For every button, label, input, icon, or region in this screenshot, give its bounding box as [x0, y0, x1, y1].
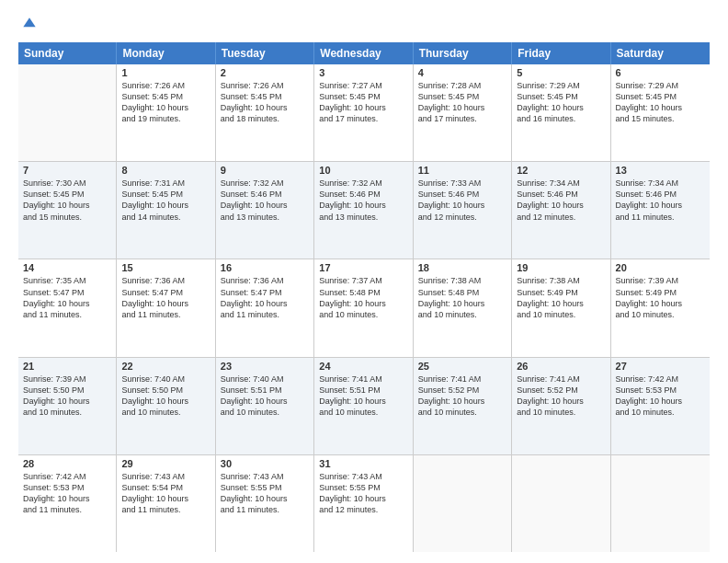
day-number: 15 [121, 262, 210, 273]
calendar-cell: 21Sunrise: 7:39 AM Sunset: 5:50 PM Dayli… [18, 358, 117, 454]
day-number: 26 [517, 361, 605, 372]
day-info: Sunrise: 7:34 AM Sunset: 5:46 PM Dayligh… [616, 178, 705, 223]
day-number: 28 [23, 458, 111, 469]
day-number: 30 [221, 458, 309, 469]
day-number: 11 [418, 165, 506, 176]
calendar-cell [18, 64, 117, 161]
calendar-header-cell: Wednesday [314, 42, 413, 64]
day-number: 21 [23, 361, 111, 372]
calendar-cell: 23Sunrise: 7:40 AM Sunset: 5:51 PM Dayli… [216, 358, 314, 454]
calendar-header-cell: Monday [117, 42, 215, 64]
day-number: 25 [418, 361, 506, 372]
day-info: Sunrise: 7:26 AM Sunset: 5:45 PM Dayligh… [221, 80, 309, 125]
day-number: 24 [319, 361, 407, 372]
page: SundayMondayTuesdayWednesdayThursdayFrid… [0, 0, 728, 563]
calendar-cell: 27Sunrise: 7:42 AM Sunset: 5:53 PM Dayli… [611, 358, 710, 454]
day-number: 20 [616, 262, 705, 273]
day-number: 5 [517, 67, 605, 78]
day-number: 14 [23, 262, 111, 273]
calendar-cell: 11Sunrise: 7:33 AM Sunset: 5:46 PM Dayli… [414, 162, 512, 259]
day-info: Sunrise: 7:40 AM Sunset: 5:51 PM Dayligh… [221, 373, 309, 419]
calendar-cell: 14Sunrise: 7:35 AM Sunset: 5:47 PM Dayli… [18, 259, 117, 356]
calendar-cell: 30Sunrise: 7:43 AM Sunset: 5:55 PM Dayli… [216, 455, 314, 552]
calendar-cell: 24Sunrise: 7:41 AM Sunset: 5:51 PM Dayli… [314, 358, 413, 454]
day-number: 22 [121, 361, 210, 372]
calendar-cell: 25Sunrise: 7:41 AM Sunset: 5:52 PM Dayli… [414, 358, 512, 454]
day-info: Sunrise: 7:30 AM Sunset: 5:45 PM Dayligh… [23, 178, 111, 223]
day-number: 9 [221, 165, 309, 176]
calendar: SundayMondayTuesdayWednesdayThursdayFrid… [18, 42, 710, 552]
day-info: Sunrise: 7:36 AM Sunset: 5:47 PM Dayligh… [221, 275, 309, 320]
day-number: 8 [121, 165, 210, 176]
day-number: 6 [616, 67, 705, 78]
calendar-cell: 29Sunrise: 7:43 AM Sunset: 5:54 PM Dayli… [117, 455, 215, 552]
calendar-cell: 26Sunrise: 7:41 AM Sunset: 5:52 PM Dayli… [512, 358, 610, 454]
day-info: Sunrise: 7:41 AM Sunset: 5:51 PM Dayligh… [319, 373, 407, 419]
calendar-cell: 13Sunrise: 7:34 AM Sunset: 5:46 PM Dayli… [611, 162, 710, 259]
day-number: 13 [616, 165, 705, 176]
calendar-cell: 12Sunrise: 7:34 AM Sunset: 5:46 PM Dayli… [512, 162, 610, 259]
calendar-cell: 9Sunrise: 7:32 AM Sunset: 5:46 PM Daylig… [216, 162, 314, 259]
day-info: Sunrise: 7:33 AM Sunset: 5:46 PM Dayligh… [418, 178, 506, 223]
calendar-cell: 7Sunrise: 7:30 AM Sunset: 5:45 PM Daylig… [18, 162, 117, 259]
calendar-header-cell: Sunday [18, 42, 117, 64]
day-info: Sunrise: 7:31 AM Sunset: 5:45 PM Dayligh… [121, 178, 210, 223]
day-info: Sunrise: 7:26 AM Sunset: 5:45 PM Dayligh… [121, 80, 210, 125]
calendar-cell: 4Sunrise: 7:28 AM Sunset: 5:45 PM Daylig… [414, 64, 512, 161]
calendar-cell [414, 455, 512, 552]
day-info: Sunrise: 7:39 AM Sunset: 5:49 PM Dayligh… [616, 275, 705, 320]
calendar-row: 1Sunrise: 7:26 AM Sunset: 5:45 PM Daylig… [18, 64, 710, 162]
calendar-header-cell: Saturday [611, 42, 710, 64]
day-number: 16 [221, 262, 309, 273]
day-info: Sunrise: 7:41 AM Sunset: 5:52 PM Dayligh… [418, 373, 506, 419]
day-info: Sunrise: 7:32 AM Sunset: 5:46 PM Dayligh… [221, 178, 309, 223]
day-info: Sunrise: 7:29 AM Sunset: 5:45 PM Dayligh… [616, 80, 705, 125]
day-info: Sunrise: 7:42 AM Sunset: 5:53 PM Dayligh… [616, 373, 705, 419]
calendar-cell: 10Sunrise: 7:32 AM Sunset: 5:46 PM Dayli… [314, 162, 413, 259]
day-info: Sunrise: 7:40 AM Sunset: 5:50 PM Dayligh… [121, 373, 210, 419]
day-info: Sunrise: 7:39 AM Sunset: 5:50 PM Dayligh… [23, 373, 111, 419]
calendar-cell: 22Sunrise: 7:40 AM Sunset: 5:50 PM Dayli… [117, 358, 215, 454]
day-info: Sunrise: 7:38 AM Sunset: 5:48 PM Dayligh… [418, 275, 506, 320]
calendar-cell: 1Sunrise: 7:26 AM Sunset: 5:45 PM Daylig… [117, 64, 215, 161]
calendar-cell: 31Sunrise: 7:43 AM Sunset: 5:55 PM Dayli… [314, 455, 413, 552]
calendar-cell: 3Sunrise: 7:27 AM Sunset: 5:45 PM Daylig… [314, 64, 413, 161]
day-info: Sunrise: 7:43 AM Sunset: 5:54 PM Dayligh… [121, 471, 210, 516]
day-info: Sunrise: 7:38 AM Sunset: 5:49 PM Dayligh… [517, 275, 605, 320]
logo [18, 15, 39, 33]
calendar-cell: 2Sunrise: 7:26 AM Sunset: 5:45 PM Daylig… [216, 64, 314, 161]
calendar-cell: 17Sunrise: 7:37 AM Sunset: 5:48 PM Dayli… [314, 259, 413, 356]
day-info: Sunrise: 7:29 AM Sunset: 5:45 PM Dayligh… [517, 80, 605, 125]
day-info: Sunrise: 7:28 AM Sunset: 5:45 PM Dayligh… [418, 80, 506, 125]
day-info: Sunrise: 7:32 AM Sunset: 5:46 PM Dayligh… [319, 178, 407, 223]
calendar-cell: 20Sunrise: 7:39 AM Sunset: 5:49 PM Dayli… [611, 259, 710, 356]
svg-marker-0 [23, 17, 35, 27]
calendar-body: 1Sunrise: 7:26 AM Sunset: 5:45 PM Daylig… [18, 64, 710, 552]
day-number: 12 [517, 165, 605, 176]
calendar-cell: 19Sunrise: 7:38 AM Sunset: 5:49 PM Dayli… [512, 259, 610, 356]
day-number: 1 [121, 67, 210, 78]
day-info: Sunrise: 7:42 AM Sunset: 5:53 PM Dayligh… [23, 471, 111, 516]
day-info: Sunrise: 7:35 AM Sunset: 5:47 PM Dayligh… [23, 275, 111, 320]
day-info: Sunrise: 7:27 AM Sunset: 5:45 PM Dayligh… [319, 80, 407, 125]
day-number: 17 [319, 262, 407, 273]
day-number: 10 [319, 165, 407, 176]
calendar-header: SundayMondayTuesdayWednesdayThursdayFrid… [18, 42, 710, 64]
calendar-cell: 15Sunrise: 7:36 AM Sunset: 5:47 PM Dayli… [117, 259, 215, 356]
day-number: 7 [23, 165, 111, 176]
calendar-cell: 28Sunrise: 7:42 AM Sunset: 5:53 PM Dayli… [18, 455, 117, 552]
calendar-cell: 16Sunrise: 7:36 AM Sunset: 5:47 PM Dayli… [216, 259, 314, 356]
calendar-header-cell: Tuesday [216, 42, 314, 64]
calendar-cell [611, 455, 710, 552]
calendar-cell [512, 455, 610, 552]
day-number: 23 [221, 361, 309, 372]
day-info: Sunrise: 7:41 AM Sunset: 5:52 PM Dayligh… [517, 373, 605, 419]
calendar-cell: 8Sunrise: 7:31 AM Sunset: 5:45 PM Daylig… [117, 162, 215, 259]
day-number: 2 [221, 67, 309, 78]
day-number: 4 [418, 67, 506, 78]
calendar-row: 21Sunrise: 7:39 AM Sunset: 5:50 PM Dayli… [18, 358, 710, 455]
day-number: 3 [319, 67, 407, 78]
day-info: Sunrise: 7:43 AM Sunset: 5:55 PM Dayligh… [221, 471, 309, 516]
calendar-header-cell: Friday [512, 42, 610, 64]
logo-icon [20, 15, 39, 33]
